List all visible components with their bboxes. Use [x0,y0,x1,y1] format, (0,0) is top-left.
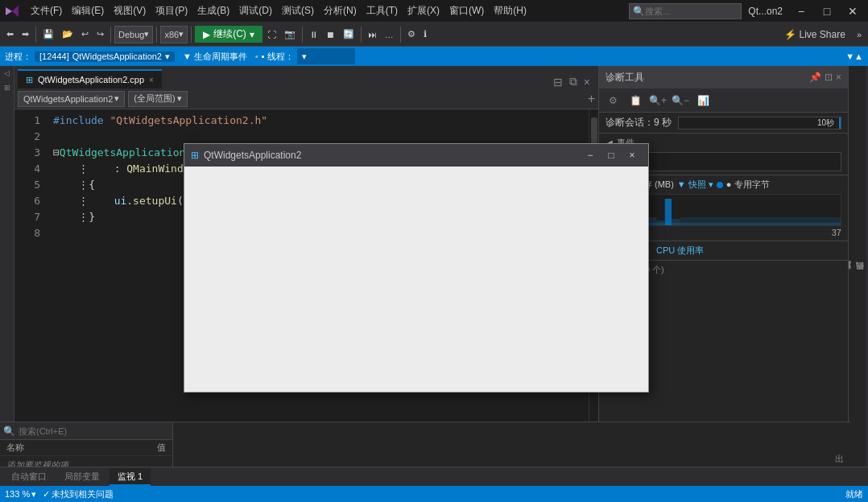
zoom-control[interactable]: 133 % ▾ [5,489,36,500]
thread-dropdown[interactable]: ▾ [297,48,355,64]
debug-filter-icon[interactable]: ▼▲ [845,51,863,61]
diag-chart-button[interactable]: 📊 [694,92,712,109]
svg-rect-10 [680,217,841,226]
lifecycle-btn[interactable]: ▼ 生命周期事件 [178,51,252,63]
menu-analyze[interactable]: 分析(N) [319,2,362,19]
toolbar-undo[interactable]: ↩ [78,27,92,41]
toolbar-debug-config[interactable]: ⚙ [404,27,419,41]
editor-tab-close[interactable]: × [149,76,154,84]
diag-header-actions: 📌 ⊡ × [809,72,841,83]
live-share-text: Live Share [800,29,845,40]
config-dropdown[interactable]: Debug ▾ [114,26,153,43]
qt-maximize-button[interactable]: □ [601,147,621,163]
menu-test[interactable]: 测试(S) [277,2,319,19]
diag-zoom-in[interactable]: 🔍+ [649,92,667,109]
live-share-icon: ⚡ [784,29,796,40]
editor-tab-actions: ⊟ ⧉ × [552,75,595,88]
qt-minimize-button[interactable]: − [581,147,600,163]
toolbar-redo[interactable]: ↪ [93,27,107,41]
right-sidebar: 代码图 解决方案 属性 输出 [848,66,866,486]
diag-zoom-out[interactable]: 🔍− [672,92,689,109]
qt-window-titlebar[interactable]: ⊞ QtWidgetsApplication2 − □ × [184,144,648,167]
memory-fast-dropdown[interactable]: ▼ 快照 ▾ [677,179,713,191]
toolbar-bookmark[interactable]: ⛶ [264,28,279,41]
left-sidebar-icon-2: ⊞ [2,84,13,95]
watch-search-input[interactable] [19,426,169,436]
menu-tools[interactable]: 工具(T) [362,2,403,19]
cpu-usage-link[interactable]: CPU 使用率 [656,245,704,257]
close-button[interactable]: ✕ [841,3,865,19]
dock-editor-button[interactable]: ⧉ [568,75,579,88]
platform-dropdown[interactable]: x86 ▾ [160,26,188,43]
line-num-1: 1 [14,113,40,129]
config-chevron: ▾ [144,29,149,39]
platform-chevron: ▾ [179,29,184,39]
col-name: 名称 [6,442,157,454]
menu-debug[interactable]: 调试(D) [234,2,277,19]
editor-tab-main[interactable]: ⊞ QtWidgetsApplication2.cpp × [18,69,162,88]
diag-float-button[interactable]: ⊡ [825,72,833,83]
right-sidebar-item-1[interactable]: 代码图 [854,273,866,279]
menu-build[interactable]: 生成(B) [192,2,234,19]
process-dropdown[interactable]: [12444] QtWidgetsApplication2 ▾ [35,51,175,62]
toolbar-open[interactable]: 📂 [59,27,76,41]
diagnostics-toolbar: ⚙ 📋 🔍+ 🔍− 📊 [599,88,848,113]
close-editor-button[interactable]: × [582,76,592,88]
menu-view[interactable]: 视图(V) [109,2,151,19]
toolbar-screenshot[interactable]: 📷 [281,27,299,41]
toolbar-step-over[interactable]: ⏭ [365,28,380,41]
play-continue-button[interactable]: ▶ 继续(C) ▾ [195,26,262,43]
auto-window-tab[interactable]: 自动窗口 [3,468,55,486]
toolbar-save[interactable]: 💾 [39,27,57,41]
toolbar-stop[interactable]: ⏹ [323,28,338,41]
menu-project[interactable]: 项目(P) [151,2,192,19]
toolbar-nav-back[interactable]: ⬅ [3,27,17,41]
toolbar-nav-fwd[interactable]: ➡ [19,27,32,41]
file-selector[interactable]: QtWidgetsApplication2 ▾ [18,91,125,107]
menu-edit[interactable]: 编辑(E) [67,2,109,19]
split-editor-button[interactable]: ⊟ [552,76,564,88]
thread-label: ▪ 线程： [262,51,294,63]
timeline-cursor [839,117,841,129]
svg-rect-8 [665,199,672,226]
menu-window[interactable]: 窗口(W) [444,2,489,19]
scope-selector[interactable]: (全局范围) ▾ [128,91,187,107]
zoom-chevron: ▾ [31,489,36,500]
qt-app-window[interactable]: ⊞ QtWidgetsApplication2 − □ × [184,143,649,393]
line-num-6: 6 [14,193,40,209]
search-input[interactable] [645,6,738,16]
live-share-button[interactable]: ⚡ ⚡ Live Share Live Share [778,27,852,42]
scope-chevron: ▾ [177,93,182,104]
diag-pin-button[interactable]: 📌 [809,72,821,83]
maximize-button[interactable]: □ [815,3,839,19]
diag-settings-button[interactable]: ⚙ [604,92,622,109]
right-sidebar-item-2[interactable]: 解决方案 [848,273,853,279]
line-num-4: 4 [14,161,40,177]
diag-report-button[interactable]: 📋 [626,92,644,109]
toolbar-more-debug[interactable]: … [382,28,397,41]
search-box[interactable]: 🔍 [629,3,742,19]
toolbar-pause[interactable]: ⏸ [306,28,321,41]
menu-extensions[interactable]: 扩展(X) [403,2,444,19]
qt-close-button[interactable]: × [622,147,642,163]
play-icon: ▶ [203,29,210,40]
search-icon: 🔍 [633,6,645,17]
menu-help[interactable]: 帮助(H) [489,2,531,19]
scope-label: (全局范围) [134,93,175,105]
line-num-2: 2 [14,129,40,145]
thread-chevron: ▾ [302,51,307,62]
watch-search-bar: 🔍 [0,422,172,440]
locals-tab[interactable]: 局部变量 [56,468,108,486]
add-editor-button[interactable]: + [588,92,595,106]
menu-file[interactable]: 文件(F) [26,2,67,19]
svg-rect-6 [648,217,656,226]
toolbar-debug-info[interactable]: ℹ [420,27,430,41]
minimize-button[interactable]: − [789,3,813,19]
diag-close-button[interactable]: × [836,72,841,83]
toolbar-overflow[interactable]: » [854,28,865,41]
toolbar-restart[interactable]: 🔄 [340,27,358,41]
line-num-5: 5 [14,177,40,193]
watch-tab[interactable]: 监视 1 [110,468,151,486]
col-value: 值 [157,442,166,454]
status-bar: 133 % ▾ ✓ 未找到相关问题 就绪 [0,486,868,502]
